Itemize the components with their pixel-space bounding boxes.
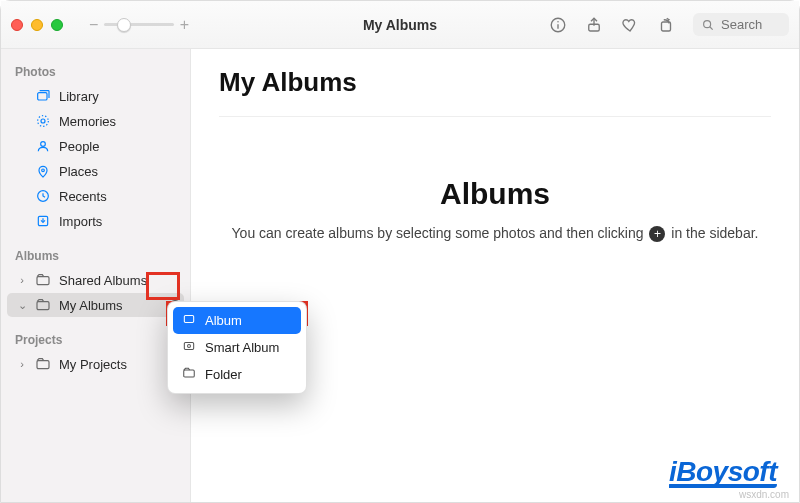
search-input[interactable] (721, 17, 781, 32)
svg-rect-14 (37, 277, 49, 285)
fullscreen-window-button[interactable] (51, 19, 63, 31)
window-title: My Albums (363, 17, 437, 33)
sidebar-item-label: My Projects (59, 357, 127, 372)
sidebar-section-albums: Albums (5, 243, 186, 267)
zoom-in-icon: + (180, 17, 189, 33)
sidebar-section-projects: Projects (5, 327, 186, 351)
svg-point-22 (188, 345, 191, 348)
window-controls (11, 19, 63, 31)
close-window-button[interactable] (11, 19, 23, 31)
svg-point-2 (557, 20, 559, 22)
context-menu-item-album[interactable]: Album (173, 307, 301, 334)
thumbnail-zoom-slider[interactable]: − + (89, 17, 189, 33)
album-folder-icon (35, 297, 51, 313)
svg-rect-15 (37, 302, 49, 310)
memories-icon (35, 113, 51, 129)
context-menu-item-smart-album[interactable]: Smart Album (173, 334, 301, 361)
sidebar-item-label: My Albums (59, 298, 123, 313)
folder-icon (181, 366, 197, 383)
info-icon[interactable] (549, 16, 567, 34)
slider-knob[interactable] (117, 18, 131, 32)
window-body: Photos Library Memories People Places (1, 49, 799, 502)
chevron-down-icon[interactable]: ⌄ (17, 299, 27, 312)
page-title: My Albums (219, 67, 771, 98)
sidebar-item-my-projects[interactable]: › My Projects (7, 352, 184, 376)
sidebar: Photos Library Memories People Places (1, 49, 191, 502)
context-menu-label: Smart Album (205, 340, 279, 355)
plus-icon: + (649, 226, 665, 242)
chevron-right-icon[interactable]: › (17, 358, 27, 370)
people-icon (35, 138, 51, 154)
context-menu: Album Smart Album Folder (167, 301, 307, 394)
svg-point-9 (38, 116, 49, 127)
titlebar: − + My Albums (1, 1, 799, 49)
svg-point-11 (42, 169, 45, 172)
svg-rect-7 (38, 93, 47, 100)
search-icon (701, 18, 715, 32)
sidebar-item-label: People (59, 139, 99, 154)
minimize-window-button[interactable] (31, 19, 43, 31)
app-window: − + My Albums Photos (0, 0, 800, 503)
context-menu-item-folder[interactable]: Folder (173, 361, 301, 388)
svg-point-5 (704, 20, 711, 27)
svg-rect-21 (184, 343, 193, 350)
svg-point-8 (41, 119, 45, 123)
svg-point-10 (41, 142, 46, 147)
slider-track[interactable] (104, 23, 173, 26)
main-content: My Albums Albums You can create albums b… (191, 49, 799, 502)
sidebar-item-label: Memories (59, 114, 116, 129)
zoom-out-icon: − (89, 17, 98, 33)
smart-album-icon (181, 339, 197, 356)
favorite-icon[interactable] (621, 16, 639, 34)
sidebar-item-label: Shared Albums (59, 273, 147, 288)
divider (219, 116, 771, 117)
sidebar-item-shared-albums[interactable]: › Shared Albums (7, 268, 184, 292)
toolbar-right (549, 13, 789, 36)
sidebar-item-library[interactable]: Library (7, 84, 184, 108)
empty-state-text: You can create albums by selecting some … (219, 225, 771, 242)
svg-rect-19 (37, 361, 49, 369)
album-icon (181, 312, 197, 329)
svg-line-6 (710, 26, 713, 29)
projects-folder-icon (35, 356, 51, 372)
source-site-label: wsxdn.com (739, 489, 789, 500)
sidebar-item-label: Places (59, 164, 98, 179)
places-icon (35, 163, 51, 179)
shared-folder-icon (35, 272, 51, 288)
empty-state-title: Albums (219, 177, 771, 211)
chevron-right-icon[interactable]: › (17, 274, 27, 286)
share-icon[interactable] (585, 16, 603, 34)
sidebar-item-memories[interactable]: Memories (7, 109, 184, 133)
import-icon (35, 213, 51, 229)
sidebar-item-imports[interactable]: Imports (7, 209, 184, 233)
rotate-icon[interactable] (657, 16, 675, 34)
photo-stack-icon (35, 88, 51, 104)
sidebar-item-people[interactable]: People (7, 134, 184, 158)
sidebar-item-label: Recents (59, 189, 107, 204)
sidebar-item-label: Imports (59, 214, 102, 229)
context-menu-label: Folder (205, 367, 242, 382)
empty-state: Albums You can create albums by selectin… (219, 177, 771, 242)
svg-rect-23 (184, 370, 195, 377)
sidebar-section-photos: Photos (5, 59, 186, 83)
svg-rect-20 (184, 316, 193, 323)
context-menu-label: Album (205, 313, 242, 328)
sidebar-item-places[interactable]: Places (7, 159, 184, 183)
sidebar-item-label: Library (59, 89, 99, 104)
sidebar-item-recents[interactable]: Recents (7, 184, 184, 208)
watermark-logo: iBoysoft (669, 456, 777, 488)
sidebar-item-my-albums[interactable]: ⌄ My Albums (7, 293, 184, 317)
clock-icon (35, 188, 51, 204)
search-field[interactable] (693, 13, 789, 36)
